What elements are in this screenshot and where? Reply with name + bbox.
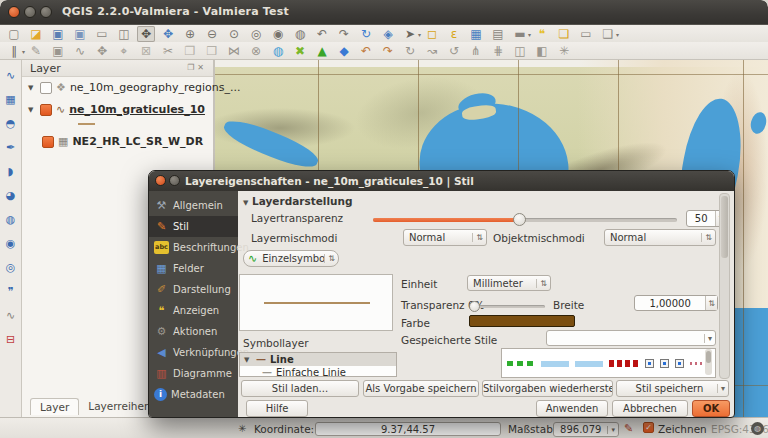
current-edits-icon[interactable]: ∥▾ bbox=[5, 43, 23, 59]
load-style-button[interactable]: Stil laden... bbox=[241, 380, 359, 397]
transparency-value[interactable]: 50 bbox=[687, 213, 715, 224]
close-panel-icon[interactable]: ✕ bbox=[197, 63, 207, 72]
add-wfs-layer-icon[interactable]: ◎ bbox=[2, 260, 19, 275]
pan-map-icon[interactable]: ✥ bbox=[137, 26, 155, 42]
ok-button[interactable]: OK bbox=[692, 400, 730, 417]
redo-icon[interactable]: ↷ bbox=[379, 43, 397, 59]
add-vector-layer-icon[interactable]: ∿ bbox=[2, 68, 19, 83]
rotate-point-symbols-icon[interactable]: ✳ bbox=[555, 43, 573, 59]
rotate-feature-icon[interactable]: ↻ bbox=[401, 43, 419, 59]
measure-icon[interactable]: ▬▾ bbox=[511, 26, 529, 42]
layer-item-geography-regions[interactable]: ▼ ❖ ne_10m_geography_regions_... bbox=[28, 80, 241, 95]
feature-blend-mode-combo[interactable]: Normal⇅ bbox=[604, 229, 716, 246]
remove-layer-icon[interactable]: ⊟ bbox=[2, 332, 19, 347]
terrain-icon[interactable]: ▲ bbox=[313, 43, 331, 59]
coordinate-input[interactable]: 9.37,44.57 bbox=[315, 422, 501, 436]
georeferencer-icon[interactable]: ◆ bbox=[335, 43, 353, 59]
apply-button[interactable]: Anwenden bbox=[536, 400, 608, 417]
window-maximize-button[interactable] bbox=[40, 6, 52, 18]
symbol-layers-tree[interactable]: ▼ — Line — Einfache Linie bbox=[239, 352, 397, 377]
scrollbar-thumb[interactable] bbox=[721, 196, 728, 258]
move-feature-icon[interactable]: ✥ bbox=[93, 43, 111, 59]
new-shapefile-layer-icon[interactable]: ∿ bbox=[2, 308, 19, 323]
new-composer-icon[interactable]: ▭ bbox=[93, 26, 111, 42]
renderer-combo[interactable]: ∿ Einzelsymbol⇅ bbox=[243, 250, 339, 267]
layer-transparency-slider[interactable] bbox=[373, 218, 677, 222]
width-value[interactable]: 1,00000 bbox=[635, 298, 705, 309]
split-parts-icon[interactable]: ⋕ bbox=[489, 43, 507, 59]
tab-layer[interactable]: Layer bbox=[30, 398, 79, 415]
text-annotation-icon[interactable]: ❑▾ bbox=[599, 26, 617, 42]
add-wms-layer-icon[interactable]: ◍ bbox=[2, 212, 19, 227]
show-bookmarks-icon[interactable]: ▭ bbox=[577, 26, 595, 42]
zoom-in-icon[interactable]: ⊕ bbox=[181, 26, 199, 42]
dropdown-icon[interactable]: ▾ bbox=[418, 27, 421, 43]
zoom-last-icon[interactable]: ↶ bbox=[313, 26, 331, 42]
width-spinbox[interactable]: 1,00000⇅ bbox=[634, 295, 718, 311]
dialog-close-button[interactable] bbox=[155, 175, 166, 186]
zoom-full-icon[interactable]: ◎ bbox=[247, 26, 265, 42]
expander-icon[interactable]: ▼ bbox=[244, 356, 252, 364]
dialog-tab-allgemein[interactable]: ⚒Allgemein bbox=[149, 195, 238, 216]
scale-value[interactable]: 896.079 bbox=[554, 424, 607, 435]
composer-manager-icon[interactable]: ◫ bbox=[115, 26, 133, 42]
saved-style-marker[interactable] bbox=[660, 359, 669, 368]
select-features-icon[interactable]: ➤▾ bbox=[401, 26, 419, 42]
add-postgis-layer-icon[interactable]: ◓ bbox=[2, 116, 19, 131]
web-icon[interactable]: ◍ bbox=[269, 43, 287, 59]
crs-status-icon[interactable]: ◍ bbox=[751, 422, 764, 435]
save-project-icon[interactable]: ▣ bbox=[49, 26, 67, 42]
zoom-to-layer-icon[interactable]: ◍ bbox=[291, 26, 309, 42]
saved-style-solid[interactable] bbox=[575, 361, 603, 367]
cancel-button[interactable]: Abbrechen bbox=[612, 400, 688, 417]
dialog-scrollbar[interactable] bbox=[719, 193, 730, 379]
refresh-icon[interactable]: ↻ bbox=[357, 26, 375, 42]
color-swatch-button[interactable] bbox=[469, 315, 575, 327]
field-calculator-icon[interactable]: ▤ bbox=[489, 26, 507, 42]
window-close-button[interactable] bbox=[8, 6, 20, 18]
layer-visibility-checkbox[interactable] bbox=[40, 82, 52, 94]
add-oracle-layer-icon[interactable]: ◕ bbox=[2, 188, 19, 203]
saved-style-dashed-thick[interactable] bbox=[609, 360, 639, 367]
new-project-icon[interactable]: ▢ bbox=[5, 26, 23, 42]
render-options-icon[interactable]: ✎ bbox=[624, 422, 633, 435]
save-layer-edits-icon[interactable]: ▣ bbox=[49, 43, 67, 59]
expander-icon[interactable]: ▼ bbox=[28, 84, 36, 92]
add-spatialite-layer-icon[interactable]: ✒ bbox=[2, 140, 19, 155]
restore-default-button[interactable]: Stilvorgaben wiederherstellen bbox=[482, 380, 613, 397]
cut-features-icon[interactable]: ✂ bbox=[159, 43, 177, 59]
symbol-transparency-slider[interactable] bbox=[471, 305, 545, 308]
add-raster-layer-icon[interactable]: ▦ bbox=[2, 92, 19, 107]
saved-style-marker[interactable] bbox=[645, 359, 654, 368]
add-delimited-text-layer-icon[interactable]: ❞ bbox=[2, 284, 19, 299]
dialog-tab-metadaten[interactable]: iMetadaten bbox=[149, 384, 238, 405]
layer-visibility-checkbox[interactable] bbox=[42, 136, 54, 148]
add-feature-icon[interactable]: ∿ bbox=[71, 43, 89, 59]
dialog-tab-beschriftungen[interactable]: abcBeschriftungen bbox=[149, 237, 238, 258]
saved-style-solid[interactable] bbox=[541, 361, 569, 367]
delete-selected-icon[interactable]: ⊠ bbox=[137, 43, 155, 59]
layer-item-graticules[interactable]: ▼ ∿ ne_10m_graticules_10 bbox=[28, 102, 205, 117]
unit-combo[interactable]: Millimeter⇅ bbox=[467, 275, 551, 291]
merge-attributes-icon[interactable]: ◧ bbox=[533, 43, 551, 59]
new-bookmark-icon[interactable]: ❏ bbox=[555, 26, 573, 42]
offset-curve-icon[interactable]: ↝ bbox=[423, 43, 441, 59]
split-features-icon[interactable]: ⋔ bbox=[467, 43, 485, 59]
paste-features-icon[interactable]: ❒ bbox=[203, 43, 221, 59]
dropdown-icon[interactable]: ▾ bbox=[616, 27, 619, 43]
select-by-expression-icon[interactable]: ε bbox=[445, 26, 463, 42]
zoom-next-icon[interactable]: ↷ bbox=[335, 26, 353, 42]
help-button[interactable]: Hilfe bbox=[246, 400, 308, 417]
map-tips-icon[interactable]: ❝ bbox=[533, 26, 551, 42]
collapse-icon[interactable]: ▼ bbox=[243, 199, 248, 207]
pan-to-selection-icon[interactable]: ✥ bbox=[159, 26, 177, 42]
expander-icon[interactable]: ▼ bbox=[28, 106, 36, 114]
section-layerdarstellung[interactable]: ▼ Layerdarstellung bbox=[243, 195, 352, 207]
dialog-tab-darstellung[interactable]: ✐Darstellung bbox=[149, 279, 238, 300]
styles-list-scrollbar[interactable] bbox=[705, 349, 712, 375]
reshape-features-icon[interactable]: ↺ bbox=[445, 43, 463, 59]
delete-part-icon[interactable]: ⊗ bbox=[247, 43, 265, 59]
saved-style-dotted[interactable] bbox=[690, 362, 716, 365]
deselect-features-icon[interactable]: ◻ bbox=[423, 26, 441, 42]
saved-style-marker[interactable] bbox=[675, 359, 684, 368]
